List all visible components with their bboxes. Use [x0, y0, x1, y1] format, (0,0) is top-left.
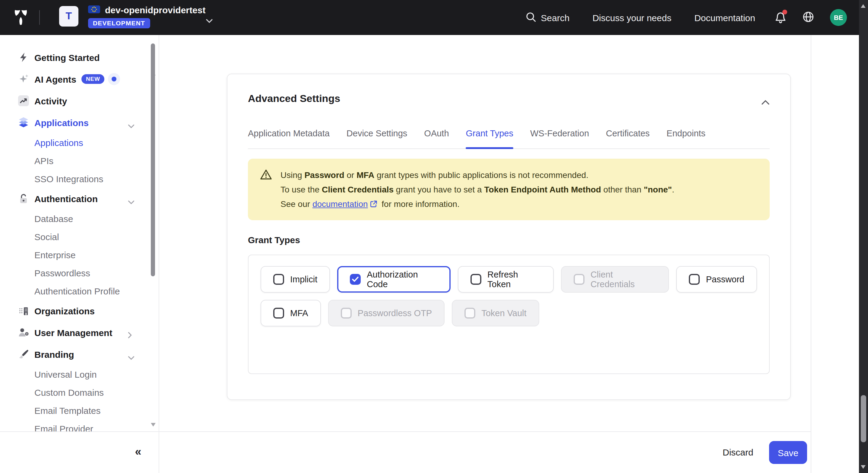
warning-banner: Using Password or MFA grant types with p…: [248, 159, 770, 220]
grant-row: MFAPasswordless OTPToken Vault: [260, 300, 757, 326]
grant-option-refresh-token[interactable]: Refresh Token: [458, 266, 554, 293]
sidebar-item-label: AI Agents: [34, 74, 76, 84]
grant-option-mfa[interactable]: MFA: [260, 300, 321, 326]
chevron-down-icon[interactable]: [206, 15, 213, 26]
sidebar-item-label: Applications: [34, 117, 89, 127]
checkbox-unchecked-icon[interactable]: [689, 274, 700, 285]
documentation-label: Documentation: [694, 12, 755, 23]
card-title: Advanced Settings: [248, 93, 340, 105]
sidebar-subitem-authentication-profile[interactable]: Authentication Profile: [0, 283, 159, 299]
grant-option-passwordless-otp: Passwordless OTP: [328, 300, 445, 326]
tab-device-settings[interactable]: Device Settings: [346, 128, 407, 148]
warning-text: Using Password or MFA grant types with p…: [280, 168, 757, 211]
sidebar-subitem-label: SSO Integrations: [34, 173, 103, 184]
sidebar-subitem-label: Email Templates: [34, 405, 101, 415]
checkbox-unchecked-icon: [464, 308, 475, 319]
documentation-link[interactable]: Documentation: [694, 12, 755, 23]
grant-option-label: Token Vault: [482, 308, 526, 318]
sidebar-item-user-management[interactable]: User Management: [0, 325, 159, 340]
bolt-icon: [18, 52, 29, 63]
discuss-label: Discuss your needs: [592, 12, 671, 23]
discuss-your-needs-link[interactable]: Discuss your needs: [592, 12, 671, 23]
sparkles-icon: [18, 73, 29, 85]
top-bar: T dev-openidprovidertest DEV: [0, 0, 868, 35]
collapse-section-icon[interactable]: [761, 96, 770, 102]
sidebar-item-label: Activity: [34, 96, 67, 106]
tab-ws-federation[interactable]: WS-Federation: [530, 128, 589, 148]
sidebar-scroll-down-arrow[interactable]: [151, 423, 156, 426]
sidebar-item-organizations[interactable]: Organizations: [0, 303, 159, 319]
checkbox-checked-icon[interactable]: [350, 274, 361, 285]
sidebar-subitem-email-provider[interactable]: Email Provider: [0, 420, 159, 432]
sidebar-subitem-passwordless[interactable]: Passwordless: [0, 265, 159, 280]
sidebar-item-authentication[interactable]: Authentication: [0, 190, 159, 206]
sidebar-subitem-applications[interactable]: Applications: [0, 135, 159, 150]
activity-icon: [18, 95, 29, 106]
sidebar-item-label: Getting Started: [34, 52, 100, 62]
sidebar-subitem-label: APIs: [34, 155, 53, 166]
new-badge: NEW: [82, 74, 104, 84]
sidebar-item-applications[interactable]: Applications: [0, 115, 159, 130]
grant-option-authorization-code[interactable]: Authorization Code: [337, 266, 451, 293]
sidebar-scrollbar-thumb[interactable]: [151, 43, 155, 276]
sidebar-subitem-apis[interactable]: APIs: [0, 153, 159, 168]
tab-oauth[interactable]: OAuth: [424, 128, 449, 148]
user-gear-icon: [18, 327, 29, 338]
lock-icon: [18, 193, 29, 204]
save-button[interactable]: Save: [769, 441, 807, 464]
grant-option-password[interactable]: Password: [677, 266, 757, 293]
sidebar-subitem-custom-domains[interactable]: Custom Domains: [0, 384, 159, 400]
grant-types-group: ImplicitAuthorization CodeRefresh TokenC…: [248, 255, 770, 374]
chevron-down-icon: [128, 120, 134, 131]
tenant-name: dev-openidprovidertest: [105, 5, 206, 15]
sidebar-item-getting-started[interactable]: Getting Started: [0, 50, 159, 65]
grant-option-label: MFA: [290, 308, 308, 318]
settings-tabs: Application MetadataDevice SettingsOAuth…: [248, 128, 770, 149]
tab-endpoints[interactable]: Endpoints: [666, 128, 706, 148]
content-right-border: [811, 35, 811, 473]
sidebar-subitem-sso-integrations[interactable]: SSO Integrations: [0, 171, 159, 186]
sidebar-subitem-universal-login[interactable]: Universal Login: [0, 366, 159, 382]
sidebar-subitem-label: Applications: [34, 137, 83, 148]
notification-badge-dot: [782, 10, 787, 14]
sidebar-subitem-email-templates[interactable]: Email Templates: [0, 403, 159, 418]
organization-icon: [18, 305, 29, 316]
tab-grant-types[interactable]: Grant Types: [466, 128, 513, 148]
sidebar-item-label: Organizations: [34, 305, 95, 316]
checkbox-unchecked-icon[interactable]: [470, 274, 482, 285]
sidebar-item-activity[interactable]: Activity: [0, 93, 159, 109]
sidebar-item-ai-agents[interactable]: AI AgentsNEW: [0, 71, 159, 87]
search-button[interactable]: Search: [525, 11, 569, 24]
layers-icon: [18, 117, 29, 128]
grant-option-label: Authorization Code: [367, 270, 438, 289]
sidebar-subitem-label: Enterprise: [34, 249, 76, 260]
collapse-sidebar-button[interactable]: «: [128, 442, 148, 462]
window-scrollbar[interactable]: [859, 0, 868, 473]
scroll-up-arrow[interactable]: [861, 4, 866, 8]
notification-dot: [108, 73, 120, 85]
tab-certificates[interactable]: Certificates: [606, 128, 650, 148]
discard-button[interactable]: Discard: [723, 447, 753, 457]
grant-option-implicit[interactable]: Implicit: [260, 266, 330, 293]
notifications-button[interactable]: [775, 11, 786, 24]
checkbox-unchecked-icon[interactable]: [273, 274, 284, 285]
tenant-initial-chip[interactable]: T: [59, 6, 79, 27]
language-button[interactable]: [802, 10, 814, 24]
chevron-down-icon: [128, 196, 134, 207]
auth0-logo-icon[interactable]: [13, 10, 28, 25]
scroll-down-arrow[interactable]: [861, 465, 866, 469]
grant-option-label: Client Credentials: [591, 270, 657, 289]
sidebar-item-branding[interactable]: Branding: [0, 346, 159, 362]
sidebar-subitem-enterprise[interactable]: Enterprise: [0, 247, 159, 262]
warning-line: To use the Client Credentials grant you …: [280, 182, 757, 197]
tenant-selector[interactable]: dev-openidprovidertest DEVELOPMENT: [88, 5, 206, 28]
sidebar-subitem-database[interactable]: Database: [0, 211, 159, 226]
user-avatar[interactable]: BE: [830, 9, 847, 26]
warning-triangle-icon: [260, 168, 272, 211]
sidebar-subitem-label: Social: [34, 231, 59, 242]
sidebar-subitem-social[interactable]: Social: [0, 229, 159, 244]
scrollbar-thumb[interactable]: [861, 395, 866, 442]
checkbox-unchecked-icon[interactable]: [273, 308, 284, 319]
documentation-link[interactable]: documentation: [312, 199, 368, 209]
tab-application-metadata[interactable]: Application Metadata: [248, 128, 330, 148]
